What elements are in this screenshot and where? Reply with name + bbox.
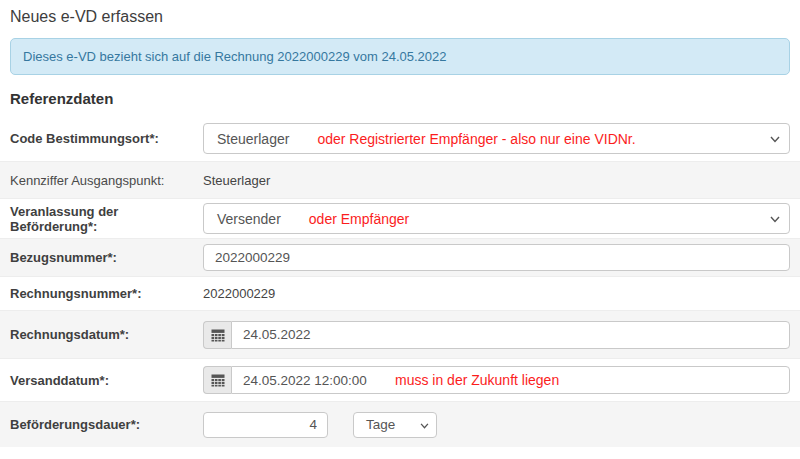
field-label: Veranlassung der Beförderung*: — [0, 204, 203, 234]
section-heading: Referenzdaten — [10, 90, 790, 107]
versanddatum-calendar-button[interactable] — [203, 366, 231, 394]
befoerderungsdauer-unit-select[interactable]: Tage — [353, 412, 437, 438]
calendar-icon — [211, 328, 225, 342]
annotation-text: muss in der Zukunft liegen — [395, 372, 559, 388]
rechnungsdatum-calendar-button[interactable] — [203, 321, 231, 349]
bezugsnummer-input[interactable] — [203, 244, 790, 271]
page-title: Neues e-VD erfassen — [10, 8, 790, 26]
field-label: Code Bestimmungsort*: — [0, 131, 203, 146]
field-label: Bezugsnummer*: — [0, 250, 203, 265]
code-bestimmungsort-select[interactable]: Steuerlager oder Registrierter Empfänger… — [203, 123, 790, 154]
reference-data-form: Code Bestimmungsort*: Steuerlager oder R… — [0, 116, 800, 447]
selected-option: Versender — [217, 211, 281, 227]
page: Neues e-VD erfassen Dieses e-VD bezieht … — [0, 8, 800, 447]
calendar-icon — [211, 373, 225, 387]
annotation-text: oder Empfänger — [309, 211, 409, 227]
form-row-kennziffer-ausgangspunkt: Kennziffer Ausgangspunkt: Steuerlager — [0, 161, 800, 198]
field-label: Beförderungsdauer*: — [0, 417, 203, 432]
annotation-text: oder Registrierter Empfänger - also nur … — [317, 131, 635, 147]
field-label: Rechnungsnummer*: — [0, 286, 203, 301]
form-row-veranlassung: Veranlassung der Beförderung*: Versender… — [0, 198, 800, 238]
info-alert-text: Dieses e-VD bezieht sich auf die Rechnun… — [23, 49, 447, 64]
form-row-bezugsnummer: Bezugsnummer*: — [0, 238, 800, 276]
chevron-down-icon — [770, 216, 780, 223]
field-label: Versanddatum*: — [0, 373, 203, 388]
chevron-down-icon — [420, 423, 429, 429]
form-row-versanddatum: Versanddatum*: muss in der Zukunft liege — [0, 358, 800, 401]
form-row-code-bestimmungsort: Code Bestimmungsort*: Steuerlager oder R… — [0, 116, 800, 161]
form-row-befoerderungsdauer: Beförderungsdauer*: Tage — [0, 401, 800, 447]
chevron-down-icon — [770, 136, 780, 143]
selected-option: Tage — [366, 417, 395, 432]
veranlassung-select[interactable]: Versender oder Empfänger — [203, 203, 790, 234]
rechnungsdatum-input[interactable] — [243, 322, 778, 348]
info-alert: Dieses e-VD bezieht sich auf die Rechnun… — [10, 38, 790, 75]
form-row-rechnungsnummer: Rechnungsnummer*: 2022000229 — [0, 276, 800, 310]
selected-option: Steuerlager — [217, 131, 289, 147]
befoerderungsdauer-input[interactable] — [203, 412, 328, 438]
kennziffer-ausgangspunkt-value: Steuerlager — [203, 173, 270, 188]
field-label: Rechnungsdatum*: — [0, 327, 203, 342]
form-row-rechnungsdatum: Rechnungsdatum*: — [0, 310, 800, 358]
versanddatum-input[interactable] — [243, 367, 395, 393]
field-label: Kennziffer Ausgangspunkt: — [0, 173, 203, 188]
rechnungsnummer-value: 2022000229 — [203, 286, 275, 301]
